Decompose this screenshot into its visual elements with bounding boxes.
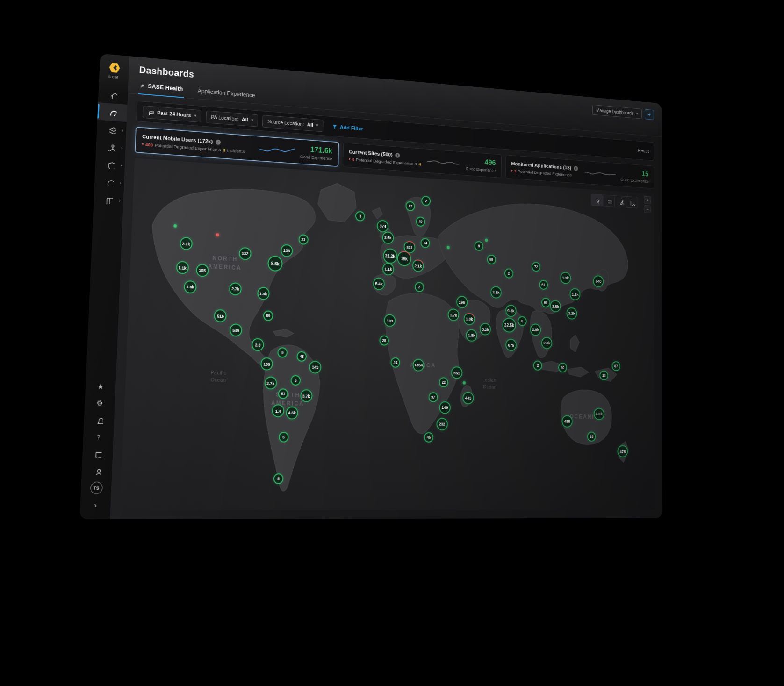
map-bubble[interactable]: 2.8k (541, 337, 552, 350)
map-bubble[interactable]: 156 (260, 357, 273, 371)
map-bubble[interactable]: 19k (397, 250, 411, 266)
sidebar-collapse-button[interactable]: › (80, 496, 111, 514)
map-bubble[interactable]: 22 (439, 377, 448, 387)
map-bubble[interactable]: 2.7k (229, 282, 242, 295)
map-bubble[interactable]: 105 (196, 264, 209, 277)
sidebar-item-dashboards[interactable] (97, 102, 127, 122)
map-bubble[interactable]: 3 (355, 211, 365, 222)
account-avatar[interactable]: TS (81, 479, 112, 496)
map-bubble[interactable]: 132 (238, 247, 251, 260)
notifications-button[interactable] (84, 411, 115, 429)
map-bubble[interactable]: 2.2k (566, 307, 577, 319)
map-bubble[interactable]: 4.6k (286, 406, 298, 419)
map-bubble[interactable]: 1.5k (550, 300, 561, 313)
map-users-layer-button[interactable] (591, 194, 603, 206)
map-bubble[interactable]: 17 (406, 201, 415, 211)
map-bubble[interactable]: 1.8k (464, 313, 475, 325)
map-bubble[interactable]: 5 (278, 431, 288, 442)
card-monitored-applications[interactable]: Monitored Applications (18) i ▾ 3 Potent… (505, 155, 654, 189)
world-map[interactable]: NORTH AMERICASOUTH AMERICAAFRICAOCEANIAP… (120, 158, 655, 510)
map-bubble[interactable]: 2 (421, 196, 431, 206)
map-bubble[interactable]: 2.7k (264, 377, 277, 390)
map-bubble[interactable]: 6 (290, 375, 301, 386)
map-bubble[interactable]: 443 (462, 392, 474, 404)
map-bubble[interactable]: 90 (541, 298, 550, 308)
pa-location-dropdown[interactable]: PA Location: All ▾ (206, 110, 258, 127)
map-bubble[interactable]: 2.1k (490, 286, 502, 299)
map-bubble[interactable]: 374 (377, 220, 388, 233)
map-bubble[interactable]: 67 (611, 361, 620, 371)
map-bubble[interactable]: 2.1k (412, 259, 424, 272)
map-bubble[interactable]: 5.4k (373, 277, 385, 290)
map-bubble[interactable]: 95 (487, 255, 496, 265)
sidebar-item-insights[interactable]: › (96, 120, 127, 139)
info-icon[interactable]: i (574, 166, 578, 171)
map-bubble[interactable]: 2.8k (530, 323, 541, 336)
map-bubble[interactable]: 2.1k (180, 237, 193, 250)
map-bubble[interactable]: 143 (309, 361, 321, 374)
profile-button[interactable] (81, 462, 112, 479)
card-current-sites[interactable]: Current Sites (500) i ▾ 4 Potential Degr… (342, 143, 501, 178)
map-bubble[interactable]: 97 (428, 392, 438, 402)
source-location-dropdown[interactable]: Source Location: All ▾ (262, 115, 323, 132)
map-bubble[interactable]: 1.3k (560, 272, 571, 284)
map-bubble[interactable]: 21 (298, 235, 308, 245)
map-incidents-layer-button[interactable] (614, 196, 626, 207)
map-bubble[interactable]: 2.3 (252, 338, 264, 351)
sidebar-item-sase[interactable]: › (94, 172, 124, 192)
map-bubble[interactable]: 1364 (412, 358, 424, 371)
map-bubble[interactable]: 8 (518, 316, 526, 326)
map-bubble[interactable]: 1.3k (257, 287, 270, 300)
map-bubble[interactable]: 149 (439, 401, 451, 414)
map-bubble[interactable]: 2 (533, 360, 542, 371)
map-bubble[interactable]: 89 (263, 311, 273, 322)
map-bubble[interactable]: 1.1k (176, 261, 189, 274)
map-bubble[interactable]: 2 (415, 282, 424, 292)
sidebar-item-security[interactable]: › (95, 155, 125, 174)
map-bubble[interactable]: 675 (505, 339, 517, 351)
map-bubble[interactable]: 1.1k (570, 288, 581, 300)
map-bubble[interactable]: 24 (390, 357, 400, 368)
add-dashboard-button[interactable]: + (645, 109, 654, 120)
map-bubble[interactable]: 5 (278, 347, 288, 358)
map-bubble[interactable]: 61 (539, 280, 548, 290)
map-bubble[interactable]: 31.2k (383, 248, 397, 264)
map-bubble[interactable]: 136 (281, 244, 293, 257)
map-bubble[interactable]: 2 (504, 268, 513, 279)
settings-button[interactable]: ⚙ (85, 394, 115, 412)
zoom-out-button[interactable]: − (644, 205, 651, 213)
map-bubble[interactable]: 485 (561, 415, 572, 428)
map-bubble[interactable]: 48 (297, 351, 307, 362)
map-bubble[interactable]: 549 (230, 323, 242, 336)
map-bubble[interactable]: 28 (379, 335, 389, 345)
map-bubble[interactable]: 32.5k (503, 318, 516, 333)
map-bubble[interactable]: 1.6k (184, 280, 197, 294)
reset-filters-button[interactable]: Reset (638, 148, 649, 154)
map-bubble[interactable]: 72 (532, 262, 540, 272)
map-bubble[interactable]: 9 (475, 241, 484, 251)
map-bubble[interactable]: 1.4 (272, 404, 284, 417)
map-bubble[interactable]: 196 (456, 296, 468, 308)
map-bubble[interactable]: 1.8k (466, 329, 477, 342)
map-bubble[interactable]: 651 (451, 366, 463, 379)
info-icon[interactable]: i (216, 139, 221, 145)
favorites-button[interactable]: ★ (85, 378, 116, 395)
map-bubble[interactable]: 3.5k (382, 231, 394, 244)
time-range-dropdown[interactable]: Past 24 Hours ▾ (143, 105, 202, 122)
map-bubble[interactable]: 8 (273, 473, 283, 484)
map-bubble[interactable]: 1.7k (448, 308, 460, 321)
map-bubble[interactable]: 8.6k (267, 256, 283, 272)
map-bubble[interactable]: 45 (424, 432, 433, 443)
zoom-in-button[interactable]: + (644, 196, 651, 204)
map-bubble[interactable]: 232 (436, 418, 448, 430)
map-bubble[interactable]: 516 (214, 309, 227, 322)
map-list-view-button[interactable] (603, 195, 614, 207)
map-bubble[interactable]: 140 (593, 275, 604, 287)
map-bubble[interactable]: 3.2k (594, 408, 604, 420)
map-bubble[interactable]: 13 (600, 371, 609, 380)
map-bubble[interactable]: 61 (278, 388, 288, 399)
help-button[interactable]: ? (83, 428, 114, 445)
add-filter-button[interactable]: Add Filter (331, 123, 363, 132)
map-bubble[interactable]: 478 (617, 445, 628, 457)
sidebar-item-network[interactable]: › (96, 137, 126, 157)
